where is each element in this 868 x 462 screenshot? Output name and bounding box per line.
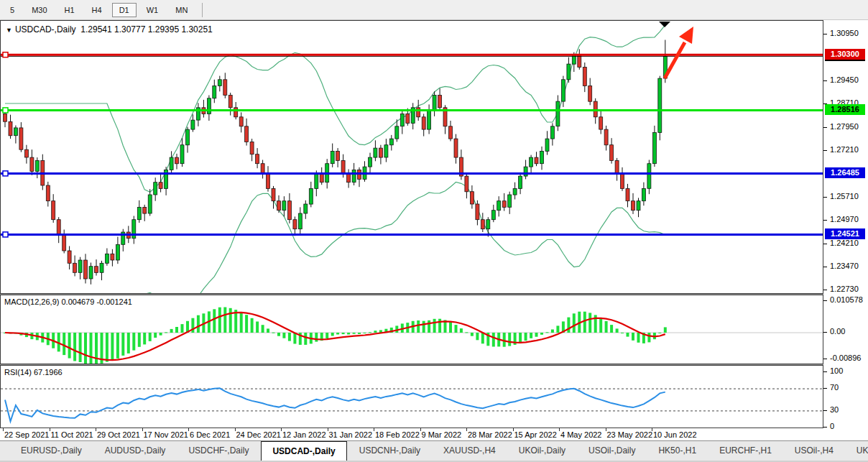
axis-tick — [823, 332, 827, 333]
date-label: 11 Oct 2021 — [51, 430, 93, 439]
timeframe-button-W1[interactable]: W1 — [139, 3, 166, 17]
axis-tick — [823, 410, 827, 411]
symbol-tab-UKOilDaily[interactable]: UKOil-,Daily — [508, 443, 576, 459]
date-tick — [281, 428, 282, 431]
axis-tick — [823, 371, 827, 372]
date-tick — [235, 428, 236, 431]
timeframe-button-H1[interactable]: H1 — [57, 3, 82, 17]
macd-scale-label: 0.010578 — [830, 295, 863, 304]
rsi-canvas[interactable] — [1, 366, 823, 428]
price-tick-label: 1.27950 — [830, 122, 859, 131]
rsi-scale-label: 30 — [830, 405, 839, 414]
price-tick-label: 1.24210 — [830, 239, 859, 247]
timeframe-button-D1[interactable]: D1 — [112, 3, 137, 17]
hline-anchor[interactable] — [3, 108, 8, 113]
bollinger-lower-band — [5, 183, 665, 294]
price-badge-1.30300: 1.30300 — [825, 49, 865, 60]
axis-tick — [823, 220, 827, 221]
axis-tick — [823, 34, 827, 34]
symbol-tab-EURUSDDaily[interactable]: EURUSD-,Daily — [10, 443, 93, 459]
rsi-line — [5, 388, 665, 421]
bollinger-upper-band — [5, 25, 665, 193]
symbol-tab-UKOilH4[interactable]: UKOil-,H4 — [846, 443, 868, 459]
axis-tick — [823, 290, 827, 290]
date-label: 15 Apr 2022 — [514, 430, 557, 439]
macd-signal-line — [5, 313, 665, 360]
symbol-tab-HK50H1[interactable]: HK50-,H1 — [647, 443, 707, 459]
symbol-tab-USDCNHDaily[interactable]: USDCNH-,Daily — [348, 443, 431, 459]
symbol-tab-USOilH4[interactable]: USOil-,H4 — [784, 443, 844, 459]
date-label: 29 Oct 2021 — [97, 430, 140, 439]
hline-anchor[interactable] — [3, 232, 8, 237]
axis-tick — [823, 150, 827, 151]
price-tick-label: 1.30950 — [830, 29, 859, 37]
rsi-scale-label: 70 — [830, 383, 839, 392]
price-tick-label: 1.23470 — [830, 262, 859, 270]
rsi-scale-label: 100 — [830, 366, 843, 375]
price-tick-label: 1.24970 — [830, 215, 859, 223]
axis-tick — [823, 267, 827, 267]
toolbar-separator — [202, 3, 203, 17]
axis-tick — [823, 388, 827, 389]
date-label: 23 May 2022 — [607, 430, 653, 439]
arrow-annotation[interactable] — [665, 27, 693, 78]
date-tick — [188, 428, 189, 431]
macd-pane[interactable]: MACD(12,26,9) 0.004679 -0.001241 — [0, 295, 823, 364]
hline-anchor[interactable] — [3, 52, 8, 57]
price-tick-label: 1.27210 — [830, 145, 859, 154]
macd-scale-label: -0.00896 — [830, 354, 861, 362]
axis-tick — [823, 197, 827, 198]
date-tick — [420, 428, 421, 431]
date-label: 22 Sep 2021 — [4, 430, 49, 439]
macd-scale-label: 0.00 — [830, 327, 845, 336]
price-tick-label: 1.25710 — [830, 192, 859, 200]
date-label: 31 Jan 2022 — [329, 430, 373, 439]
date-tick — [559, 428, 560, 431]
symbol-tab-USDCHFDaily[interactable]: USDCHF-,Daily — [177, 443, 259, 459]
chart-title-symbol: USDCAD-,Daily — [15, 24, 76, 34]
symbol-tab-USOilDaily[interactable]: USOil-,Daily — [578, 443, 646, 459]
date-tick — [374, 428, 374, 431]
chart-title: ▼USDCAD-,Daily 1.29541 1.30777 1.29395 1… — [6, 24, 213, 34]
axis-tick — [823, 127, 827, 128]
symbol-tab-AUDUSDDaily[interactable]: AUDUSD-,Daily — [94, 443, 177, 459]
symbol-dropdown-icon[interactable]: ▼ — [6, 27, 12, 34]
time-axis[interactable]: 22 Sep 202111 Oct 202129 Oct 202117 Nov … — [0, 428, 823, 440]
axis-tick — [823, 80, 827, 81]
timeframe-button-M30[interactable]: M30 — [24, 3, 54, 17]
date-label: 24 Dec 2021 — [236, 430, 281, 439]
down-triangle-marker[interactable] — [659, 22, 670, 27]
date-tick — [513, 428, 514, 431]
chart-area: ▼USDCAD-,Daily 1.29541 1.30777 1.29395 1… — [0, 20, 868, 440]
timeframe-button-5[interactable]: 5 — [3, 3, 22, 17]
main-chart-pane[interactable]: ▼USDCAD-,Daily 1.29541 1.30777 1.29395 1… — [0, 20, 823, 294]
date-tick — [606, 428, 606, 431]
rsi-label: RSI(14) 67.1966 — [4, 368, 63, 376]
date-label: 9 Mar 2022 — [422, 430, 462, 439]
timeframe-button-MN[interactable]: MN — [168, 3, 195, 17]
date-label: 17 Nov 2021 — [144, 430, 188, 439]
price-badge-1.28516: 1.28516 — [825, 104, 865, 115]
candlestick-canvas[interactable] — [1, 21, 823, 293]
timeframe-button-H4[interactable]: H4 — [85, 3, 109, 17]
timeframe-toolbar: 5M30H1H4D1W1MN — [0, 0, 868, 20]
price-badge-1.26485: 1.26485 — [825, 167, 865, 178]
symbol-tab-EURCHFH1[interactable]: EURCHF-,H1 — [708, 443, 782, 459]
date-tick — [466, 428, 467, 431]
date-label: 28 Mar 2022 — [468, 430, 512, 439]
rsi-pane[interactable]: RSI(14) 67.1966 — [0, 365, 823, 428]
date-tick — [3, 428, 4, 431]
symbol-tab-USDCADDaily[interactable]: USDCAD-,Daily — [261, 441, 346, 461]
candles — [4, 40, 668, 285]
price-axis[interactable]: 1.309501.294501.287101.279501.272101.257… — [823, 20, 868, 440]
price-tick-label: 1.22730 — [830, 285, 859, 293]
date-tick — [142, 428, 143, 431]
hline-anchor[interactable] — [3, 171, 8, 176]
macd-label: MACD(12,26,9) 0.004679 -0.001241 — [4, 297, 132, 306]
symbol-tab-XAUUSDH4[interactable]: XAUUSD-,H4 — [433, 443, 507, 459]
date-label: 6 Dec 2021 — [190, 430, 230, 439]
date-label: 12 Jan 2022 — [282, 430, 326, 439]
price-badge-1.24521: 1.24521 — [825, 228, 865, 239]
axis-tick — [823, 359, 827, 359]
chart-title-ohlc: 1.29541 1.30777 1.29395 1.30251 — [80, 24, 213, 34]
